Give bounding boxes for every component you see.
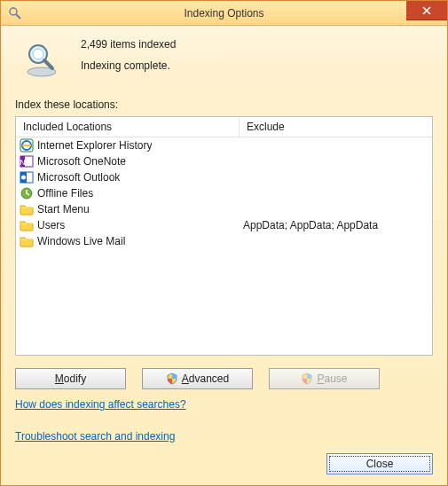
close-button[interactable]: Close	[326, 453, 433, 474]
folder-icon	[20, 218, 34, 232]
index-state-text: Indexing complete.	[81, 59, 433, 72]
location-name: Internet Explorer History	[37, 139, 152, 152]
dialog-body: 2,499 items indexed Indexing complete. I…	[1, 26, 447, 485]
ie-icon	[20, 138, 34, 153]
onenote-icon: N	[20, 154, 34, 169]
location-name: Windows Live Mail	[37, 235, 125, 247]
location-row[interactable]: Microsoft Outlook	[16, 169, 432, 185]
status-row: 2,499 items indexed Indexing complete.	[15, 38, 433, 81]
help-link[interactable]: How does indexing affect searches?	[15, 398, 433, 411]
window-title: Indexing Options	[1, 7, 447, 20]
modify-button[interactable]: Modify	[15, 368, 126, 389]
location-name: Users	[37, 219, 65, 231]
locations-label: Index these locations:	[15, 98, 433, 111]
folder-icon	[20, 202, 34, 216]
title-bar: Indexing Options	[1, 1, 447, 26]
location-name: Microsoft Outlook	[37, 171, 120, 184]
location-row[interactable]: NMicrosoft OneNote	[16, 153, 432, 169]
shield-icon	[301, 372, 313, 385]
search-index-icon	[20, 38, 63, 81]
svg-point-6	[33, 49, 43, 59]
col-exclude-header[interactable]: Exclude	[240, 117, 432, 137]
folder-icon	[20, 234, 34, 248]
troubleshoot-link[interactable]: Troubleshoot search and indexing	[15, 430, 433, 443]
location-row[interactable]: UsersAppData; AppData; AppData	[16, 217, 432, 233]
advanced-button[interactable]: Advanced	[142, 368, 253, 389]
location-name: Microsoft OneNote	[37, 155, 126, 168]
location-row[interactable]: Start Menu	[16, 201, 432, 217]
location-row[interactable]: Offline Files	[16, 185, 432, 201]
locations-header: Included Locations Exclude	[16, 117, 432, 137]
svg-line-7	[44, 60, 52, 68]
svg-text:N: N	[20, 158, 26, 167]
offline-icon	[20, 186, 34, 200]
location-row[interactable]: Internet Explorer History	[16, 137, 432, 153]
close-icon	[422, 6, 431, 15]
window-close-button[interactable]	[406, 1, 447, 20]
svg-point-15	[21, 176, 26, 180]
outlook-icon	[20, 170, 34, 184]
location-row[interactable]: Windows Live Mail	[16, 233, 432, 249]
locations-list: Included Locations Exclude Internet Expl…	[15, 116, 433, 356]
col-included-header[interactable]: Included Locations	[16, 117, 240, 137]
location-name: Start Menu	[37, 203, 90, 216]
action-buttons: Modify Advanced Pause	[15, 368, 433, 389]
shield-icon	[166, 372, 178, 385]
location-name: Offline Files	[37, 187, 93, 200]
item-count-text: 2,499 items indexed	[81, 38, 433, 51]
indexing-options-window: Indexing Options 2,499 items indexed Ind…	[0, 0, 448, 486]
pause-button: Pause	[269, 368, 380, 389]
location-exclude: AppData; AppData; AppData	[240, 219, 432, 231]
